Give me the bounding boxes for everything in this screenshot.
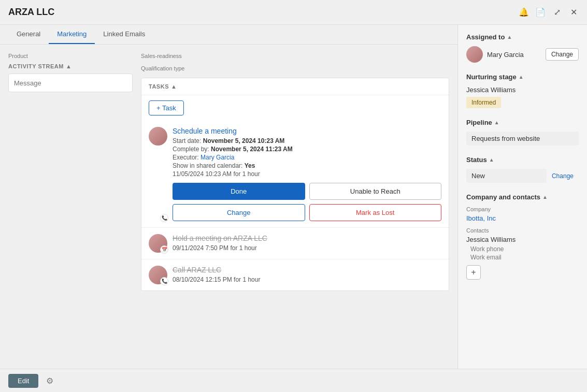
qualification-type-label: Qualification type bbox=[141, 65, 449, 71]
assigned-to-header[interactable]: Assigned to ▲ bbox=[466, 33, 579, 41]
chevron-down-icon: ▲ bbox=[507, 34, 512, 40]
nurture-badge: Informed bbox=[466, 97, 501, 108]
task-calendar: Show in shared calendar: Yes bbox=[173, 162, 441, 169]
chevron-down-icon: ▲ bbox=[519, 74, 524, 80]
tab-general[interactable]: General bbox=[8, 25, 49, 44]
add-task-button[interactable]: + Task bbox=[149, 100, 184, 115]
contact-name: Jessica Williams bbox=[466, 236, 579, 243]
task-avatar-container: 📅 bbox=[149, 234, 167, 253]
task-body: Call ARAZ LLC 08/10/2024 12:15 PM for 1 … bbox=[173, 266, 441, 284]
task-time-info: 09/11/2024 7:50 PM for 1 hour bbox=[173, 244, 441, 252]
assigned-user: Mary Garcia Change bbox=[466, 46, 579, 63]
add-contact-button[interactable]: + bbox=[466, 265, 481, 280]
work-email-label: Work email bbox=[466, 254, 579, 261]
product-label: Product bbox=[8, 53, 133, 59]
sales-readiness-label: Sales-readiness bbox=[141, 53, 449, 59]
message-input[interactable] bbox=[8, 74, 133, 92]
status-badge: New bbox=[466, 169, 547, 183]
content-area: Product ACTIVITY STREAM ▲ Sales-readines… bbox=[0, 45, 457, 369]
content-left: Product ACTIVITY STREAM ▲ bbox=[8, 53, 133, 360]
chevron-down-icon: ▲ bbox=[494, 120, 499, 125]
unable-to-reach-button[interactable]: Unable to Reach bbox=[309, 183, 442, 200]
tab-linked-emails[interactable]: Linked Emails bbox=[95, 25, 153, 44]
pipeline-header[interactable]: Pipeline ▲ bbox=[466, 119, 579, 126]
task-time-info: 11/05/2024 10:23 AM for 1 hour bbox=[173, 170, 441, 178]
done-button[interactable]: Done bbox=[173, 183, 305, 200]
task-time-info: 08/10/2024 12:15 PM for 1 hour bbox=[173, 276, 441, 283]
company-contacts-section: Company and contacts ▲ Company Ibotta, I… bbox=[466, 193, 579, 280]
edit-button[interactable]: Edit bbox=[8, 374, 38, 388]
phone-icon: 📞 bbox=[160, 277, 168, 285]
avatar bbox=[466, 46, 483, 63]
top-bar: ARZA LLC 🔔 📄 ⤢ ✕ bbox=[0, 0, 587, 25]
tasks-label: TASKS bbox=[149, 83, 169, 90]
contacts-label: Contacts bbox=[466, 227, 579, 234]
chevron-down-icon: ▲ bbox=[489, 157, 494, 163]
top-bar-actions: 🔔 📄 ⤢ ✕ bbox=[519, 7, 579, 18]
change-button[interactable]: Change bbox=[173, 204, 305, 221]
tasks-header: TASKS ▲ bbox=[141, 78, 449, 95]
close-icon[interactable]: ✕ bbox=[568, 7, 579, 18]
nurture-person: Jessica Williams bbox=[466, 86, 579, 94]
calendar-icon: 📅 bbox=[160, 245, 168, 254]
change-status-button[interactable]: Change bbox=[547, 170, 579, 182]
task-avatar-container: 📞 bbox=[149, 266, 167, 284]
pipeline-section: Pipeline ▲ Requests from website bbox=[466, 119, 579, 146]
bottom-bar: Edit ⚙ bbox=[0, 369, 587, 392]
company-contacts-header[interactable]: Company and contacts ▲ bbox=[466, 193, 579, 201]
task-body: Schedule a meeting Start date: November … bbox=[173, 127, 441, 221]
add-task-label: + Task bbox=[156, 104, 176, 112]
status-header[interactable]: Status ▲ bbox=[466, 156, 579, 164]
task-avatar-container: 📞 bbox=[149, 127, 167, 221]
status-section: Status ▲ New Change bbox=[466, 156, 579, 183]
task-title[interactable]: Call ARAZ LLC bbox=[173, 266, 441, 274]
phone-icon: 📞 bbox=[160, 214, 168, 222]
task-actions: Done Unable to Reach Change Mark as Lost bbox=[173, 183, 441, 221]
nurturing-stage-section: Nurturing stage ▲ Jessica Williams Infor… bbox=[466, 73, 579, 108]
page-title: ARZA LLC bbox=[8, 7, 54, 18]
mark-as-lost-button[interactable]: Mark as Lost bbox=[309, 204, 442, 221]
right-sidebar: Assigned to ▲ Mary Garcia Change Nurturi… bbox=[457, 25, 587, 369]
task-item: 📞 Call ARAZ LLC 08/10/2024 12:15 PM for … bbox=[141, 259, 449, 291]
content-right: Sales-readiness Qualification type TASKS… bbox=[141, 53, 449, 360]
task-start-date: Start date: November 5, 2024 10:23 AM bbox=[173, 137, 441, 144]
pipeline-value: Requests from website bbox=[466, 132, 579, 146]
expand-icon[interactable]: ⤢ bbox=[552, 7, 562, 18]
assigned-to-section: Assigned to ▲ Mary Garcia Change bbox=[466, 33, 579, 63]
task-executor: Executor: Mary Garcia bbox=[173, 154, 441, 161]
task-title[interactable]: Schedule a meeting bbox=[173, 127, 441, 135]
company-label: Company bbox=[466, 206, 579, 212]
task-complete-by: Complete by: November 5, 2024 11:23 AM bbox=[173, 146, 441, 153]
avatar bbox=[149, 127, 167, 146]
document-icon[interactable]: 📄 bbox=[535, 7, 546, 18]
nurturing-stage-header[interactable]: Nurturing stage ▲ bbox=[466, 73, 579, 81]
tab-marketing[interactable]: Marketing bbox=[49, 25, 95, 44]
settings-icon[interactable]: ⚙ bbox=[42, 373, 57, 388]
activity-stream-header: ACTIVITY STREAM ▲ bbox=[8, 63, 133, 69]
status-row: New Change bbox=[466, 169, 579, 183]
task-title[interactable]: Hold a meeting on ARZA LLC bbox=[173, 234, 441, 242]
activity-stream: ACTIVITY STREAM ▲ bbox=[8, 63, 133, 92]
change-assigned-button[interactable]: Change bbox=[546, 48, 579, 61]
task-item: 📅 Hold a meeting on ARZA LLC 09/11/2024 … bbox=[141, 228, 449, 259]
tasks-panel: TASKS ▲ + Task 📞 bbox=[141, 78, 449, 291]
chevron-down-icon: ▲ bbox=[542, 194, 548, 200]
task-item: 📞 Schedule a meeting Start date: Novembe… bbox=[141, 121, 449, 228]
task-body: Hold a meeting on ARZA LLC 09/11/2024 7:… bbox=[173, 234, 441, 253]
assigned-name: Mary Garcia bbox=[487, 51, 524, 59]
left-panel: General Marketing Linked Emails Product … bbox=[0, 25, 457, 369]
bell-icon[interactable]: 🔔 bbox=[519, 7, 529, 18]
tabs: General Marketing Linked Emails bbox=[0, 25, 457, 45]
executor-link[interactable]: Mary Garcia bbox=[201, 154, 234, 161]
work-phone-label: Work phone bbox=[466, 245, 579, 253]
company-value[interactable]: Ibotta, Inc bbox=[466, 214, 579, 222]
